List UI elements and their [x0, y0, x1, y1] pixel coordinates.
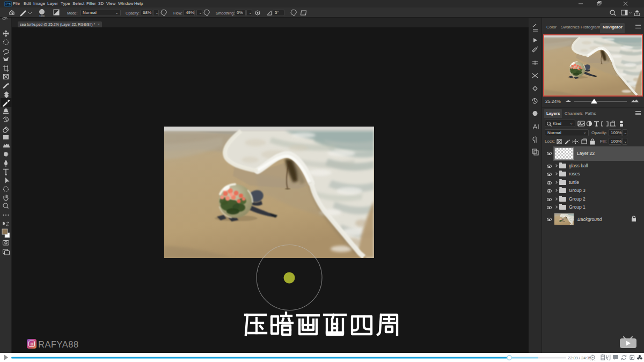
svg-text:22:09 / 24:35: 22:09 / 24:35: [568, 356, 591, 360]
svg-text:1000: 1000: [39, 15, 45, 18]
